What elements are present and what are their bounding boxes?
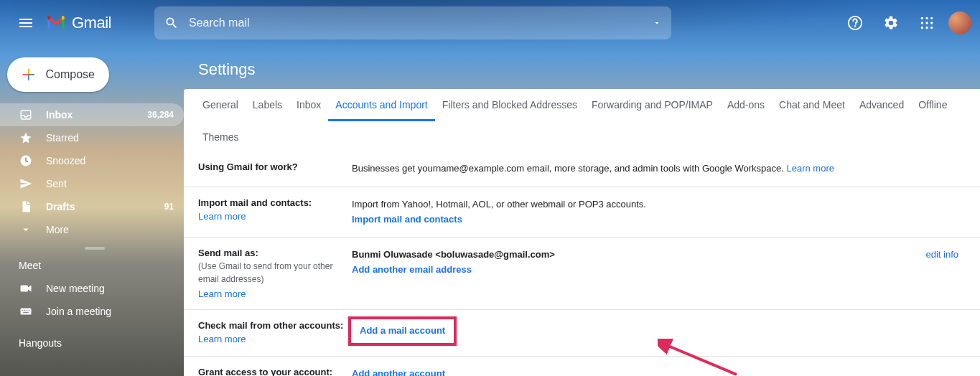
support-button[interactable]: [841, 9, 869, 37]
svg-point-2: [921, 17, 923, 19]
account-avatar[interactable]: [948, 11, 971, 34]
add-another-account-link[interactable]: Add another account: [352, 367, 966, 376]
section-grant-access: Grant access to your account: (Allow oth…: [184, 357, 980, 376]
section-title: Check mail from other accounts:: [198, 320, 352, 331]
sidebar-item-label: Starred: [46, 132, 79, 144]
sidebar-item-more[interactable]: More: [0, 218, 184, 241]
nav-list: Inbox 36,284 Starred Snoozed Sent Drafts…: [0, 103, 184, 241]
sidebar-item-starred[interactable]: Starred: [0, 126, 184, 149]
page-title: Settings: [184, 46, 980, 89]
video-icon: [19, 281, 33, 296]
learn-more-link[interactable]: Learn more: [198, 211, 352, 222]
search-icon: [164, 16, 179, 30]
tab-inbox[interactable]: Inbox: [289, 89, 328, 121]
tab-advanced[interactable]: Advanced: [852, 89, 911, 121]
learn-more-link[interactable]: Learn more: [786, 163, 834, 174]
section-subtext: (Use Gmail to send from your other email…: [198, 260, 352, 286]
section-body-text: Import from Yahoo!, Hotmail, AOL, or oth…: [352, 197, 966, 212]
svg-point-6: [925, 22, 928, 24]
plus-icon: [22, 67, 36, 82]
meet-new-meeting[interactable]: New meeting: [0, 277, 184, 300]
settings-button[interactable]: [877, 9, 905, 37]
highlight-annotation: Add a mail account: [348, 316, 457, 346]
svg-rect-17: [27, 310, 28, 311]
tab-filters[interactable]: Filters and Blocked Addresses: [435, 89, 584, 121]
section-using-gmail-work: Using Gmail for work? Businesses get you…: [184, 151, 980, 187]
sidebar-item-label: Drafts: [46, 201, 75, 212]
tab-general[interactable]: General: [195, 89, 246, 121]
tab-offline[interactable]: Offline: [911, 89, 954, 121]
svg-point-7: [930, 22, 933, 24]
svg-point-4: [930, 17, 933, 19]
send-icon: [19, 177, 33, 191]
file-icon: [19, 199, 33, 214]
sidebar-item-count: 91: [164, 202, 174, 212]
svg-point-9: [925, 27, 928, 29]
search-options-icon[interactable]: [653, 19, 661, 27]
section-title: Grant access to your account:: [198, 367, 352, 376]
gmail-logo-icon: [46, 15, 66, 31]
main-menu-button[interactable]: [9, 6, 43, 40]
apps-grid-icon: [920, 16, 934, 30]
tab-chat-meet[interactable]: Chat and Meet: [772, 89, 852, 121]
star-icon: [19, 131, 33, 145]
section-send-mail-as: Send mail as: (Use Gmail to send from yo…: [184, 238, 980, 310]
sidebar-item-label: Sent: [46, 178, 67, 189]
svg-rect-13: [21, 286, 29, 292]
add-email-address-link[interactable]: Add another email address: [352, 263, 925, 278]
tab-addons[interactable]: Add-ons: [720, 89, 772, 121]
keyboard-icon: [19, 304, 33, 319]
svg-point-10: [930, 27, 933, 29]
section-title: Send mail as:: [198, 248, 352, 258]
gmail-logo[interactable]: Gmail: [46, 14, 111, 32]
clock-icon: [19, 154, 33, 168]
import-mail-contacts-link[interactable]: Import mail and contacts: [352, 212, 966, 227]
sidebar-item-label: Snoozed: [46, 155, 85, 166]
tab-accounts-import[interactable]: Accounts and Import: [328, 89, 434, 121]
gear-icon: [883, 15, 899, 31]
learn-more-link[interactable]: Learn more: [198, 288, 352, 299]
edit-info-link[interactable]: edit info: [925, 248, 966, 299]
apps-button[interactable]: [913, 9, 941, 37]
svg-rect-15: [22, 310, 24, 311]
section-check-mail: Check mail from other accounts: Learn mo…: [184, 310, 980, 357]
compose-button[interactable]: Compose: [7, 57, 109, 92]
svg-rect-19: [23, 312, 29, 314]
sidebar-item-sent[interactable]: Sent: [0, 172, 184, 195]
tab-forwarding[interactable]: Forwarding and POP/IMAP: [584, 89, 720, 121]
sidebar-item-label: More: [46, 224, 69, 235]
sidebar-item-inbox[interactable]: Inbox 36,284: [0, 103, 184, 126]
svg-point-5: [921, 22, 923, 24]
search-input[interactable]: [189, 17, 653, 29]
sidebar-item-snoozed[interactable]: Snoozed: [0, 149, 184, 172]
svg-point-3: [925, 17, 928, 19]
chevron-down-icon: [19, 222, 33, 237]
svg-rect-14: [21, 309, 32, 315]
email-identity: Bunmi Oluwasade <boluwasade@gmail.com>: [352, 248, 925, 263]
section-title: Using Gmail for work?: [198, 161, 352, 172]
meet-section-title: Meet: [0, 254, 184, 277]
section-import-mail: Import mail and contacts: Learn more Imp…: [184, 187, 980, 238]
tab-labels[interactable]: Labels: [246, 89, 289, 121]
settings-tabs: General Labels Inbox Accounts and Import…: [184, 89, 980, 151]
svg-point-8: [921, 27, 923, 29]
sidebar-item-label: Inbox: [46, 109, 73, 121]
svg-rect-16: [24, 310, 26, 311]
settings-panel: General Labels Inbox Accounts and Import…: [184, 89, 980, 376]
compose-label: Compose: [46, 68, 95, 81]
logo-text: Gmail: [72, 14, 111, 32]
section-body-text: Businesses get yourname@example.com emai…: [352, 163, 786, 174]
resize-handle[interactable]: [85, 247, 105, 250]
hangouts-section-title: Hangouts: [0, 332, 184, 354]
svg-rect-18: [29, 310, 30, 311]
inbox-icon: [19, 108, 33, 122]
sidebar-item-drafts[interactable]: Drafts 91: [0, 195, 184, 218]
svg-point-1: [855, 26, 856, 27]
sidebar-item-label: New meeting: [46, 283, 105, 294]
search-box[interactable]: [154, 6, 671, 39]
learn-more-link[interactable]: Learn more: [198, 334, 352, 344]
sidebar-item-count: 36,284: [147, 110, 174, 120]
add-mail-account-link[interactable]: Add a mail account: [360, 325, 445, 336]
tab-themes[interactable]: Themes: [195, 121, 246, 151]
meet-join-meeting[interactable]: Join a meeting: [0, 300, 184, 323]
